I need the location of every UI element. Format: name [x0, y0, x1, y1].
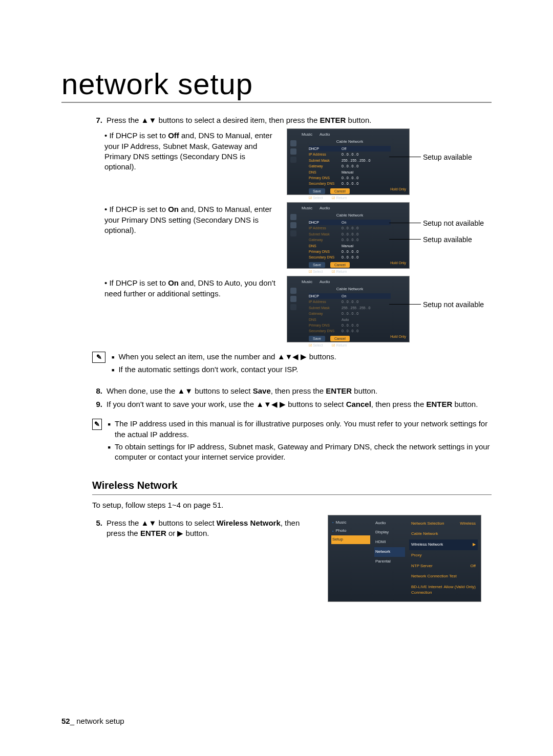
nav-icon — [290, 140, 296, 146]
note-block-2: ✎ ■The IP address used in this manual is… — [92, 419, 492, 464]
step-8: 8. When done, use the ▲▼ buttons to sele… — [92, 386, 492, 396]
screenshot-wireless-menu: Music Photo Setup Audio Display HDMI Net… — [328, 515, 481, 602]
screenshot-cable-off-manual: MusicAudio Cable Network DHCPOff IP Addr… — [287, 128, 410, 195]
case-on-manual: If DHCP is set to On and, DNS to Manual,… — [92, 202, 492, 269]
note-icon: ✎ — [92, 419, 102, 430]
right-arrow-icon: ▶ — [177, 529, 183, 537]
callout-line — [389, 239, 421, 240]
callout-label: Setup not available — [423, 300, 484, 310]
callout-label: Setup available — [423, 235, 472, 245]
dim-icon — [290, 304, 296, 310]
updown-arrows-icon: ▲▼ — [177, 386, 193, 395]
manual-page: network setup 7. Press the ▲▼ buttons to… — [0, 0, 553, 756]
section-wireless: Wireless Network — [92, 479, 492, 495]
updown-arrows-icon: ▲▼ — [141, 116, 157, 124]
callout-label: Setup not available — [423, 219, 484, 228]
callout-line — [389, 157, 421, 157]
step-number: 7. — [92, 115, 102, 125]
step-5: 5. Press the ▲▼ buttons to select Wirele… — [92, 518, 317, 539]
step-9: 9. If you don't want to save your work, … — [92, 399, 492, 409]
content-area: 7. Press the ▲▼ buttons to select a desi… — [61, 115, 492, 602]
bullet-on-manual: If DHCP is set to On and, DNS to Manual,… — [92, 204, 276, 235]
note-icon: ✎ — [92, 352, 105, 363]
callout-label: Setup available — [423, 153, 472, 162]
all-arrows-icon: ▲▼◀ ▶ — [278, 352, 307, 361]
step5-row: 5. Press the ▲▼ buttons to select Wirele… — [92, 515, 492, 602]
bullet-on-auto: If DHCP is set to On and, DNS to Auto, y… — [92, 278, 276, 299]
nav-icon — [290, 214, 296, 220]
callout-line — [389, 223, 421, 223]
updown-arrows-icon: ▲▼ — [141, 519, 157, 527]
all-arrows-icon: ▲▼◀ ▶ — [256, 400, 286, 408]
step-7: 7. Press the ▲▼ buttons to select a desi… — [92, 115, 492, 125]
gear-icon — [290, 148, 296, 155]
nav-icon — [290, 288, 296, 294]
wireless-intro: To setup, follow steps 1~4 on page 51. — [92, 500, 492, 510]
gear-icon — [290, 296, 296, 302]
page-title: network setup — [61, 67, 492, 103]
bullet-off-manual: If DHCP is set to Off and, DNS to Manual… — [92, 131, 276, 172]
callout-line — [389, 304, 421, 305]
dim-icon — [290, 157, 296, 163]
step-text: Press the ▲▼ buttons to select a desired… — [107, 115, 371, 125]
case-on-auto: If DHCP is set to On and, DNS to Auto, y… — [92, 276, 492, 342]
screenshot-cable-on-auto: MusicAudio Cable Network DHCPOn IP Addre… — [287, 276, 410, 342]
case-off-manual: If DHCP is set to Off and, DNS to Manual… — [92, 128, 492, 195]
note-block-1: ✎ ■When you select an item, use the numb… — [92, 352, 492, 377]
dim-icon — [290, 230, 296, 236]
gear-icon — [290, 222, 296, 228]
screenshot-cable-on-manual: MusicAudio Cable Network DHCPOn IP Addre… — [287, 202, 410, 269]
page-footer: 52_ network setup — [61, 717, 124, 725]
